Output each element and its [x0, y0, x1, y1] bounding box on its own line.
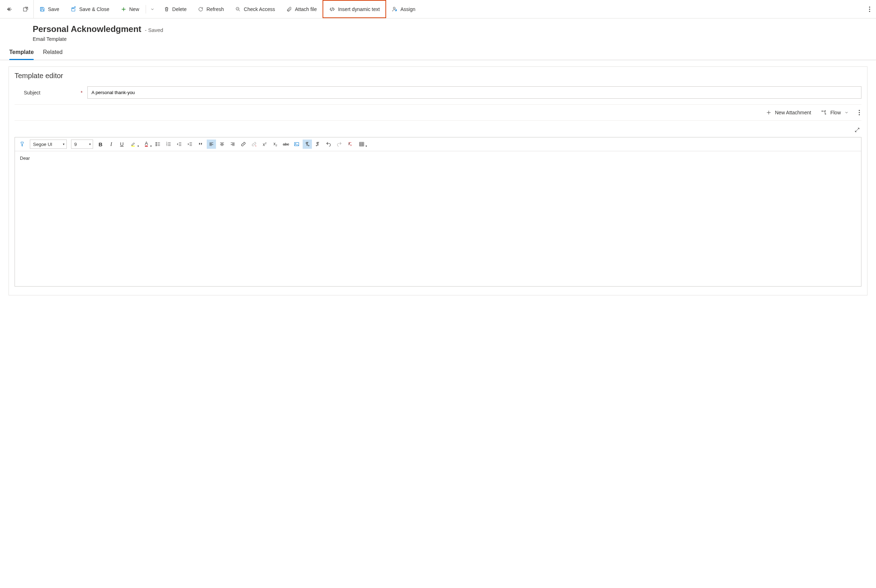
- rte-toolbar: Segoe UI ▾ 9 ▾ B I U ▾ A ▾: [15, 137, 861, 151]
- align-left-button[interactable]: [207, 140, 216, 149]
- outdent-icon: [177, 141, 182, 147]
- clear-format-icon: A: [347, 141, 353, 147]
- plus-icon: [766, 110, 772, 116]
- table-button[interactable]: ▾: [356, 140, 367, 149]
- save-close-button[interactable]: Save & Close: [65, 0, 115, 18]
- flow-label: Flow: [830, 110, 841, 116]
- undo-icon: [326, 141, 331, 147]
- save-close-label: Save & Close: [79, 6, 110, 12]
- refresh-button[interactable]: Refresh: [192, 0, 230, 18]
- insert-dynamic-text-button[interactable]: Insert dynamic text: [323, 0, 386, 18]
- svg-point-7: [869, 9, 870, 10]
- more-vertical-icon: [859, 110, 860, 116]
- insert-image-button[interactable]: [292, 140, 301, 149]
- blockquote-button[interactable]: [196, 140, 205, 149]
- svg-text:3: 3: [166, 144, 167, 146]
- expand-editor-button[interactable]: [854, 127, 860, 133]
- ltr-button[interactable]: [303, 140, 312, 149]
- entity-name: Email Template: [33, 36, 869, 42]
- rtl-button[interactable]: [313, 140, 323, 149]
- subject-input[interactable]: [87, 86, 861, 99]
- more-commands-button[interactable]: [865, 0, 874, 18]
- nav-controls: [2, 0, 34, 18]
- format-painter-button[interactable]: [18, 140, 27, 149]
- unlink-button[interactable]: [249, 140, 258, 149]
- check-access-button[interactable]: Check Access: [230, 0, 281, 18]
- command-bar: Save Save & Close New Delete Refresh Che…: [0, 0, 876, 18]
- decrease-indent-button[interactable]: [175, 140, 184, 149]
- unlink-icon: [251, 141, 257, 147]
- subject-row: Subject *: [15, 85, 861, 105]
- tab-related[interactable]: Related: [43, 45, 63, 60]
- svg-rect-15: [131, 146, 135, 147]
- attach-file-button[interactable]: Attach file: [281, 0, 322, 18]
- align-left-icon: [209, 141, 214, 147]
- popout-button[interactable]: [18, 0, 33, 18]
- bullet-list-icon: [155, 141, 161, 147]
- flow-icon: [821, 110, 826, 116]
- new-dropdown[interactable]: [147, 0, 158, 18]
- bullet-list-button[interactable]: [153, 140, 163, 149]
- align-right-button[interactable]: [228, 140, 237, 149]
- svg-point-14: [859, 114, 859, 115]
- align-right-icon: [230, 141, 236, 147]
- check-access-icon: [235, 6, 241, 12]
- subscript-button[interactable]: x2: [271, 140, 280, 149]
- save-close-icon: [71, 6, 77, 12]
- save-button[interactable]: Save: [34, 0, 65, 18]
- insert-dynamic-text-label: Insert dynamic text: [338, 6, 380, 12]
- caret-icon: ▾: [89, 142, 91, 146]
- back-button[interactable]: [2, 0, 18, 18]
- link-button[interactable]: [239, 140, 248, 149]
- delete-button[interactable]: Delete: [158, 0, 192, 18]
- font-color-button[interactable]: A ▾: [141, 140, 152, 149]
- delete-label: Delete: [172, 6, 186, 12]
- svg-point-11: [825, 110, 826, 111]
- increase-indent-button[interactable]: [185, 140, 195, 149]
- bold-button[interactable]: B: [96, 140, 105, 149]
- attachment-more-button[interactable]: [859, 110, 860, 116]
- number-list-button[interactable]: 123: [164, 140, 173, 149]
- save-status: - Saved: [145, 27, 164, 33]
- table-icon: [359, 141, 364, 147]
- image-icon: [294, 141, 299, 147]
- superscript-button[interactable]: x2: [260, 140, 269, 149]
- editor-body-text: Dear: [20, 156, 30, 161]
- main-content: Template editor Subject * New Attachment…: [0, 60, 876, 304]
- svg-point-17: [156, 144, 157, 144]
- chevron-down-icon: [844, 110, 849, 115]
- font-family-value: Segoe UI: [33, 142, 52, 147]
- clear-formatting-button[interactable]: A: [345, 140, 355, 149]
- font-size-select[interactable]: 9 ▾: [71, 140, 93, 149]
- redo-button[interactable]: [335, 140, 344, 149]
- indent-icon: [187, 141, 193, 147]
- ltr-icon: [304, 141, 310, 147]
- new-attachment-button[interactable]: New Attachment: [766, 110, 811, 116]
- underline-button[interactable]: U: [117, 140, 126, 149]
- svg-rect-25: [359, 142, 364, 146]
- svg-point-12: [859, 110, 859, 111]
- align-center-button[interactable]: [217, 140, 227, 149]
- tab-template[interactable]: Template: [9, 45, 34, 60]
- new-button[interactable]: New: [115, 0, 145, 18]
- caret-icon: ▾: [63, 142, 65, 146]
- undo-button[interactable]: [324, 140, 333, 149]
- highlight-color-button[interactable]: ▾: [128, 140, 139, 149]
- editor-body[interactable]: Dear: [15, 151, 861, 286]
- assign-button[interactable]: Assign: [386, 0, 421, 18]
- refresh-label: Refresh: [206, 6, 224, 12]
- svg-point-6: [869, 6, 870, 8]
- flow-button[interactable]: Flow: [821, 110, 849, 116]
- save-icon: [39, 6, 45, 12]
- svg-text:A: A: [348, 142, 350, 145]
- strikethrough-button[interactable]: abc: [281, 140, 291, 149]
- svg-rect-2: [41, 9, 44, 11]
- font-family-select[interactable]: Segoe UI ▾: [30, 140, 67, 149]
- font-size-value: 9: [74, 142, 77, 147]
- svg-rect-1: [41, 7, 43, 8]
- format-painter-icon: [20, 141, 25, 147]
- italic-button[interactable]: I: [107, 140, 116, 149]
- highlight-icon: [131, 141, 137, 147]
- trash-icon: [164, 6, 170, 12]
- svg-point-10: [825, 114, 826, 115]
